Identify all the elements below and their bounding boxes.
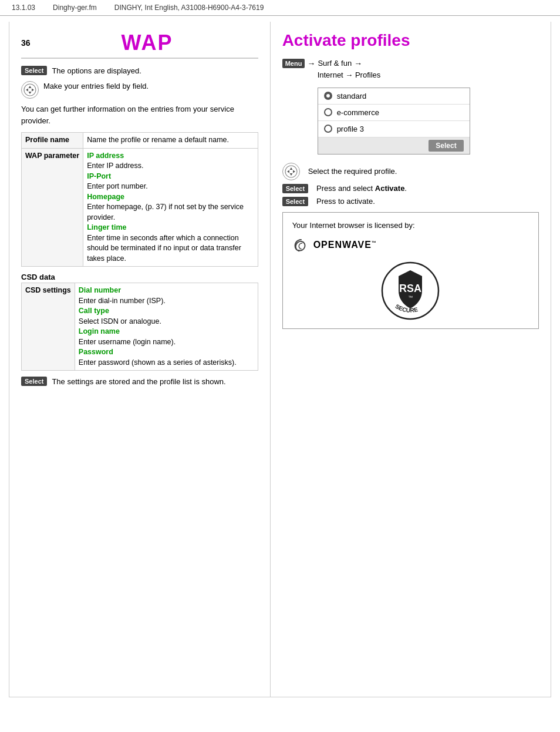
profile-select-row: Select <box>318 137 470 154</box>
select-badge-1: Select <box>21 66 47 75</box>
info-paragraph: You can get further information on the e… <box>21 103 258 126</box>
table-content-wap: IP address Enter IP address. IP-Port Ent… <box>83 148 258 267</box>
table-content-csd: Dial number Enter dial-in number (ISP). … <box>75 283 258 371</box>
svg-marker-9 <box>293 170 295 173</box>
profile-item-standard[interactable]: standard <box>318 88 470 105</box>
openwave-tm: ™ <box>372 240 377 245</box>
field-label-dial: Dial number <box>79 286 121 294</box>
svg-marker-6 <box>289 167 292 170</box>
svg-marker-8 <box>287 170 289 173</box>
svg-marker-1 <box>29 86 32 88</box>
final-instruction-text: The settings are stored and the profile … <box>52 377 225 387</box>
main-content: 36 WAP Select The options are displayed.… <box>9 22 551 697</box>
instruction-row-1: Select The options are displayed. <box>21 66 258 76</box>
rsa-logo-container: RSA ™ SECURE <box>292 261 529 320</box>
instruction-row-2: Make your entries field by field. <box>21 81 258 99</box>
table-label-wap: WAP para­meter <box>22 148 83 267</box>
field-label-calltype: Call type <box>79 307 109 315</box>
step-2-text: Press to activate. <box>316 197 375 206</box>
header-docid: DINGHY, Int English, A31008-H6900-A4-3-7… <box>114 4 264 12</box>
step-1-text: Press and select Activate. <box>316 184 407 193</box>
svg-text:RSA: RSA <box>399 283 421 294</box>
menu-step-1: Surf & fun <box>318 59 352 68</box>
page-number: 36 <box>21 38 31 48</box>
step-1-badge: Select <box>282 184 308 193</box>
radio-profile3 <box>324 125 332 133</box>
table-row: WAP para­meter IP address Enter IP addre… <box>22 148 258 267</box>
field-label-ip: IP address <box>87 152 124 160</box>
profile-label-profile3: profile 3 <box>337 125 364 133</box>
rsa-secure-icon: RSA ™ SECURE <box>381 261 440 320</box>
license-text: Your Internet browser is licensed by: <box>292 221 529 230</box>
header-date: 13.1.03 <box>12 4 35 12</box>
svg-marker-4 <box>32 89 34 92</box>
step-1-row: Select Press and select Activate. <box>282 184 539 193</box>
openwave-swirl-icon <box>292 238 310 252</box>
radio-ecommerce <box>324 108 332 116</box>
page-title-row: 36 WAP <box>21 31 258 59</box>
instruction-text-1: The options are displayed. <box>52 66 141 76</box>
section-title-right: Activate profiles <box>282 31 539 51</box>
nav-icon-right <box>282 163 300 180</box>
activate-bold: Activate <box>375 184 405 193</box>
arrow-1: → <box>307 59 315 68</box>
field-label-password: Password <box>79 348 113 356</box>
svg-marker-3 <box>26 89 28 92</box>
profile-box: standard e-commerce profile 3 Select <box>318 88 470 155</box>
radio-standard <box>324 92 332 100</box>
final-select-badge: Select <box>21 377 47 386</box>
openwave-logo: OPENWAVE™ <box>292 238 529 252</box>
menu-path: Menu → Surf & fun → <box>282 59 539 68</box>
table-row: Profile name Name the profile or rename … <box>22 133 258 149</box>
header-bar: 13.1.03 Dinghy-ger.fm DINGHY, Int Englis… <box>0 0 560 16</box>
field-label-ipport: IP-Port <box>87 172 111 180</box>
profile-item-ecommerce[interactable]: e-commerce <box>318 105 470 121</box>
menu-path-line2: Internet → Profiles <box>318 70 539 79</box>
profile-label-ecommerce: e-commerce <box>337 108 379 117</box>
left-column: 36 WAP Select The options are displayed.… <box>9 22 271 697</box>
step-2-row: Select Press to activate. <box>282 197 539 206</box>
field-label-homepage: Homepage <box>87 193 124 201</box>
page-title: WAP <box>36 31 258 55</box>
arrow-2: → <box>354 59 362 68</box>
step-nav-row: Select the required profile. <box>282 163 539 180</box>
table-content-profile: Name the profile or rename a default nam… <box>83 133 258 149</box>
csd-data-label: CSD data <box>21 273 55 281</box>
header-filename: Dinghy-ger.fm <box>53 4 97 12</box>
final-instruction-row: Select The settings are stored and the p… <box>21 377 258 387</box>
table-label-profile: Profile name <box>22 133 83 149</box>
step-nav-text: Select the required profile. <box>308 167 397 176</box>
field-label-login: Login name <box>79 327 120 335</box>
step-2-badge: Select <box>282 197 308 206</box>
openwave-wordmark: OPENWAVE™ <box>313 240 377 250</box>
svg-marker-2 <box>29 92 32 94</box>
field-label-linger: Linger time <box>87 223 126 231</box>
right-column: Activate profiles Menu → Surf & fun → In… <box>271 22 551 697</box>
profile-item-profile3[interactable]: profile 3 <box>318 121 470 137</box>
nav-icon-left <box>21 81 39 99</box>
table-row: CSD settings Dial number Enter dial-in n… <box>22 283 258 371</box>
params-table: Profile name Name the profile or rename … <box>21 132 258 267</box>
profile-select-button[interactable]: Select <box>429 140 463 152</box>
instruction-text-2: Make your entries field by field. <box>43 81 149 92</box>
svg-marker-7 <box>289 173 292 176</box>
profile-label-standard: standard <box>337 92 367 100</box>
menu-badge: Menu <box>282 59 305 68</box>
csd-table: CSD settings Dial number Enter dial-in n… <box>21 283 258 371</box>
profile-list-container: standard e-commerce profile 3 Select <box>318 88 539 155</box>
csd-data-header: CSD data <box>21 273 258 281</box>
license-box: Your Internet browser is licensed by: OP… <box>282 212 539 329</box>
table-label-csd: CSD settings <box>22 283 75 371</box>
svg-text:™: ™ <box>408 295 413 300</box>
